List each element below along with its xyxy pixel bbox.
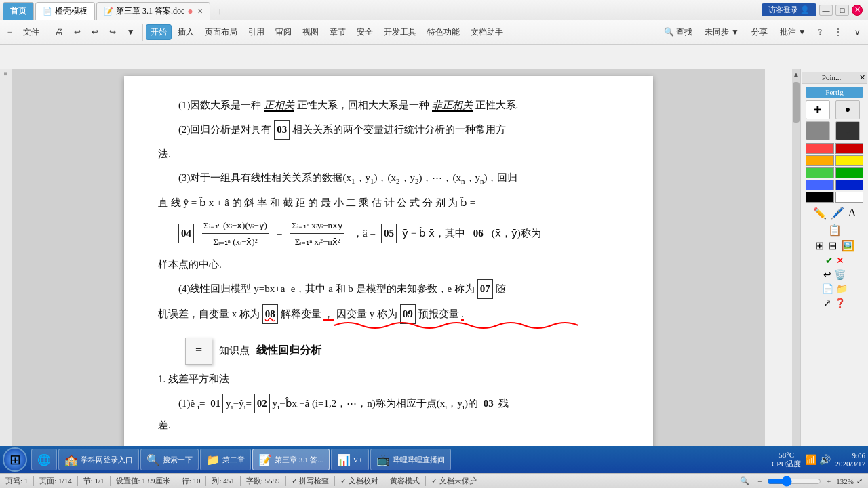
template-tab[interactable]: 📄 橙壳模板 bbox=[35, 2, 95, 20]
ribbon-tab-view[interactable]: 视图 bbox=[298, 24, 323, 40]
tab-close-button[interactable]: ✕ bbox=[197, 7, 203, 15]
shape-dot-dark[interactable]: ● bbox=[806, 121, 830, 140]
network-icon: 📶 bbox=[805, 454, 816, 466]
ribbon-tab-layout[interactable]: 页面布局 bbox=[200, 24, 242, 40]
ribbon-tab-review[interactable]: 审阅 bbox=[271, 24, 296, 40]
scroll-thumb[interactable] bbox=[793, 82, 800, 123]
taskbar-chapter2[interactable]: 📁 第二章 bbox=[200, 449, 251, 470]
taskbar-right: 58°C CPU温度 📶 🔊 9:06 2020/3/17 bbox=[772, 451, 865, 469]
text-icon[interactable]: A bbox=[848, 207, 856, 220]
shape-dot-white[interactable]: ● bbox=[835, 100, 860, 119]
checkmark-icon[interactable]: ✔ bbox=[825, 255, 833, 266]
ribbon-tab-special[interactable]: 特色功能 bbox=[422, 24, 465, 40]
share-btn[interactable]: 分享 bbox=[747, 24, 772, 40]
panel-title: Poin... bbox=[822, 73, 841, 81]
start-button[interactable]: ⊞ bbox=[3, 447, 27, 472]
zoom-out-btn[interactable]: 🔍 bbox=[737, 476, 752, 485]
new-tab-button[interactable]: + bbox=[212, 5, 229, 20]
color-red-dark[interactable] bbox=[835, 143, 864, 154]
tool-icons-row6: ⤢ ❓ bbox=[806, 298, 864, 309]
color-green-light[interactable] bbox=[806, 167, 834, 178]
image-icon[interactable]: 🖼️ bbox=[841, 239, 854, 252]
close-button[interactable]: ✕ bbox=[852, 5, 863, 16]
format-popup-icon[interactable]: ≡ bbox=[185, 338, 212, 365]
color-yellow[interactable] bbox=[835, 155, 864, 166]
panel-close-icon[interactable]: ✕ bbox=[859, 73, 865, 82]
color-red-light[interactable] bbox=[806, 143, 834, 154]
zoom-minus-btn[interactable]: − bbox=[755, 477, 764, 485]
status-row: 行: 10 bbox=[182, 476, 201, 486]
delete-icon[interactable]: 🗑️ bbox=[834, 269, 846, 281]
zoom-plus-btn[interactable]: + bbox=[824, 477, 833, 485]
right-tools-panel: Poin... ✕ Fertig ✚ ● ● ● bbox=[800, 69, 868, 488]
paragraph-2: (2)回归分析是对具有 03 相关关系的两个变量进行统计分析的一种常用方 bbox=[158, 120, 619, 140]
minimize-button[interactable]: — bbox=[819, 5, 833, 16]
status-sep-3 bbox=[110, 476, 111, 486]
undo-btn[interactable]: ↩ bbox=[69, 25, 85, 39]
paste-icon[interactable]: 📋 bbox=[828, 224, 842, 237]
pen-icon[interactable]: 🖊️ bbox=[831, 207, 844, 220]
scroll-up-arrow[interactable]: ▲ bbox=[791, 69, 801, 79]
fertig-button[interactable]: Fertig bbox=[806, 87, 864, 98]
redo-btn[interactable]: ↪ bbox=[104, 25, 121, 39]
menu-icon[interactable]: ≡ bbox=[3, 25, 17, 39]
vertical-scrollbar[interactable]: ▲ ▼ bbox=[792, 69, 800, 488]
help-btn[interactable]: ? bbox=[814, 25, 827, 39]
color-green-dark[interactable] bbox=[835, 167, 864, 178]
collapse-btn[interactable]: ∨ bbox=[850, 25, 865, 39]
ribbon-tab-dev[interactable]: 开发工具 bbox=[379, 24, 421, 40]
tool-icons-row3: ✔ ✕ bbox=[806, 255, 864, 266]
taskbar-search[interactable]: 🔍 搜索一下 bbox=[140, 449, 199, 470]
shape-dot-black[interactable]: ● bbox=[835, 121, 860, 140]
folder-icon[interactable]: 📁 bbox=[836, 283, 848, 295]
undo-icon[interactable]: ↩ bbox=[823, 269, 831, 281]
left-nav-panel: ≡ bbox=[0, 69, 12, 488]
doc-icon[interactable]: 📄 bbox=[822, 283, 833, 295]
taskbar-school[interactable]: 🏫 学科网登录入口 bbox=[58, 449, 139, 470]
taskbar-doc-active[interactable]: 📝 第三章 3.1 答... bbox=[252, 449, 330, 470]
sync-btn[interactable]: 未同步 ▼ bbox=[700, 24, 744, 40]
color-blue-light[interactable] bbox=[806, 180, 834, 190]
login-button[interactable]: 访客登录 👤 bbox=[762, 3, 816, 16]
template-tab-icon: 📄 bbox=[43, 7, 52, 16]
status-spell[interactable]: ✓ 拼写检查 bbox=[292, 476, 330, 486]
color-orange[interactable] bbox=[806, 155, 834, 166]
grid-icon[interactable]: ⊟ bbox=[828, 239, 837, 252]
ribbon-tab-start[interactable]: 开始 bbox=[146, 24, 172, 40]
undo2-btn[interactable]: ↩ bbox=[87, 25, 103, 39]
ribbon-tab-chapter[interactable]: 章节 bbox=[325, 24, 351, 40]
taskbar-vplus[interactable]: 📊 V+ bbox=[331, 449, 369, 470]
dropdown-btn[interactable]: ▼ bbox=[122, 25, 140, 39]
titlebar-controls: 访客登录 👤 — □ ✕ bbox=[762, 3, 868, 16]
color-white[interactable] bbox=[835, 192, 864, 203]
print-btn[interactable]: 🖨 bbox=[50, 25, 68, 39]
status-doccheck[interactable]: ✓ 文档校对 bbox=[340, 476, 378, 486]
shape-crosshair[interactable]: ✚ bbox=[806, 100, 830, 119]
search-btn[interactable]: 🔍 查找 bbox=[659, 24, 697, 40]
doc-tab[interactable]: 📝 第三章 3.1 答案.doc ● ✕ bbox=[96, 2, 210, 20]
home-tab[interactable]: 首页 bbox=[3, 2, 34, 20]
file-menu[interactable]: 文件 bbox=[18, 24, 44, 40]
help-icon[interactable]: ❓ bbox=[834, 298, 846, 309]
ribbon-tab-insert[interactable]: 插入 bbox=[173, 24, 199, 40]
x-icon[interactable]: ✕ bbox=[836, 255, 844, 266]
more-btn[interactable]: ⋮ bbox=[829, 25, 847, 39]
table-icon[interactable]: ⊞ bbox=[815, 239, 824, 252]
blank-box-03a: 03 bbox=[274, 120, 290, 140]
taskbar-ie[interactable]: 🌐 bbox=[31, 449, 57, 470]
ribbon-tab-ref[interactable]: 引用 bbox=[243, 24, 269, 40]
expand-icon[interactable]: ⤢ bbox=[823, 298, 831, 309]
taskbar-bilibili[interactable]: 📺 哔哩哔哩直播间 bbox=[370, 449, 451, 470]
fit-page-btn[interactable]: ⤢ bbox=[856, 476, 863, 485]
speaker-icon: 🔊 bbox=[819, 454, 831, 466]
color-black[interactable] bbox=[806, 192, 834, 203]
ribbon-tab-security[interactable]: 安全 bbox=[352, 24, 378, 40]
maximize-button[interactable]: □ bbox=[835, 5, 849, 16]
pencil-icon[interactable]: ✏️ bbox=[813, 207, 827, 220]
status-sep-5 bbox=[205, 476, 206, 486]
comment-btn[interactable]: 批注 ▼ bbox=[775, 24, 811, 40]
document-scroll[interactable]: (1)因数大系是一种 正相关 正性大系，回相大大系是一种 非正相关 正性大系. … bbox=[12, 69, 765, 488]
ribbon-tab-docassist[interactable]: 文档助手 bbox=[466, 24, 508, 40]
color-blue-dark[interactable] bbox=[835, 180, 864, 190]
zoom-slider[interactable] bbox=[767, 476, 821, 487]
